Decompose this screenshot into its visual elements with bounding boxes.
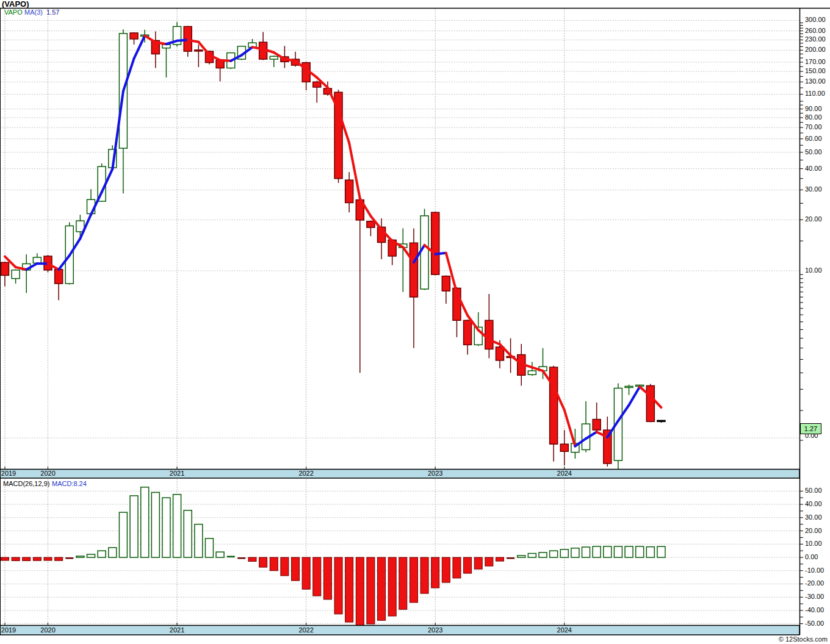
year-label: 2024 (557, 470, 572, 477)
year-label: 2019 (1, 626, 16, 634)
macd-legend-label: MACD(26,12,9) (3, 480, 49, 487)
macd-axis-label: 10.00 (805, 540, 822, 547)
price-axis-label: 150.00 (805, 67, 826, 74)
price-axis-label: 130.00 (805, 77, 826, 85)
macd-axis-label: -40.00 (805, 606, 824, 614)
price-axis-label: 230.00 (805, 35, 826, 43)
macd-axis-label: 20.00 (805, 527, 822, 534)
macd-plot-area[interactable] (0, 479, 799, 625)
price-axis-label: 80.00 (805, 113, 822, 121)
year-label: 2023 (428, 470, 442, 477)
price-axis-label: 60.00 (805, 135, 822, 142)
price-axis-label: 260.00 (805, 27, 826, 34)
macd-axis-label: 30.00 (805, 513, 822, 521)
legend-ma-value: 1.57 (46, 9, 59, 16)
macd-axis-label: 40.00 (805, 500, 822, 507)
year-label: 2022 (298, 626, 313, 634)
macd-axis-label: -50.00 (805, 620, 824, 627)
price-plot-area[interactable] (0, 9, 799, 469)
year-label: 2020 (40, 470, 55, 477)
price-axis-label: 10.00 (805, 267, 822, 274)
legend-ma-label: MA(3) (24, 9, 43, 16)
last-price-badge: 1.27 (800, 423, 821, 434)
price-axis-label: 50.00 (805, 148, 822, 156)
macd-axis-label: 50.00 (805, 487, 822, 494)
price-axis-label: 170.00 (805, 58, 826, 65)
price-axis-label: 70.00 (805, 123, 822, 131)
year-label: 2023 (428, 626, 442, 634)
year-label: 2020 (40, 626, 55, 634)
copyright-label: © 12Stocks.com (779, 635, 828, 643)
macd-axis-label: -10.00 (805, 567, 824, 574)
stock-chart-page: 300.00260.00230.00200.00170.00150.00130.… (0, 0, 830, 644)
year-label: 2022 (298, 470, 313, 477)
legend-symbol: VAPO (4, 9, 23, 16)
macd-axis-label: -20.00 (805, 579, 824, 587)
price-axis-label: 300.00 (805, 16, 826, 23)
macd-axis-label: 0.00 (805, 553, 818, 560)
chart-title: (VAPO) (2, 0, 29, 9)
price-axis-label: 20.00 (805, 215, 822, 223)
chart-canvas (0, 0, 830, 644)
macd-axis-label: -30.00 (805, 593, 824, 600)
price-axis-label: 30.00 (805, 185, 822, 193)
price-axis-label: 110.00 (805, 90, 825, 97)
price-axis-label: 90.00 (805, 105, 822, 112)
price-axis-label: 40.00 (805, 165, 822, 172)
price-axis-label: 200.00 (805, 46, 826, 53)
year-label: 2024 (557, 626, 572, 634)
macd-legend-value: MACD:8.24 (52, 480, 87, 487)
year-label: 2019 (1, 470, 16, 477)
year-label: 2021 (170, 626, 184, 634)
year-label: 2021 (170, 470, 184, 477)
